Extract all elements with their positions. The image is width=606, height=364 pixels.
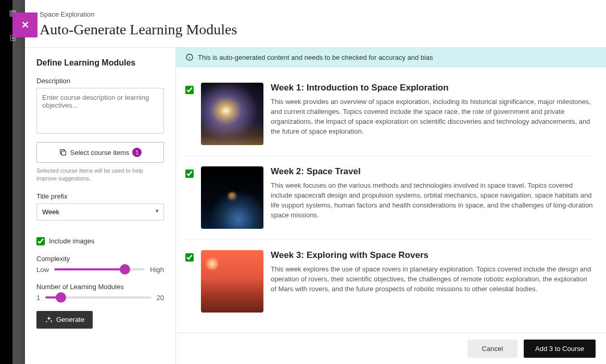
page-title: Auto-Generate Learning Modules [40, 21, 591, 38]
auto-generate-modal: Space Exploration Auto-Generate Learning… [25, 0, 606, 364]
breadcrumb: Space Exploration [40, 10, 591, 18]
module-item: Week 1: Introduction to Space Exploratio… [185, 72, 594, 156]
title-prefix-label: Title prefix [36, 192, 164, 200]
complexity-low-label: Low [36, 266, 49, 274]
num-modules-slider[interactable] [45, 296, 151, 298]
close-button[interactable] [12, 12, 37, 37]
description-label: Description [36, 77, 164, 85]
add-to-course-button[interactable]: Add 3 to Course [524, 340, 596, 358]
num-modules-min: 1 [36, 294, 40, 302]
module-thumbnail [201, 166, 263, 229]
generate-label: Generate [56, 316, 84, 323]
title-prefix-select[interactable]: Week [36, 203, 164, 220]
module-description: This week focuses on the various methods… [271, 181, 594, 220]
select-course-items-button[interactable]: Select course items 1 [36, 142, 164, 163]
info-banner-text: This is auto-generated content and needs… [198, 54, 433, 61]
complexity-label: Complexity [36, 255, 164, 263]
module-checkbox[interactable] [185, 86, 194, 94]
module-thumbnail [201, 83, 263, 145]
module-description: This week provides an overview of space … [271, 97, 594, 136]
module-item: Week 3: Exploring with Space Rovers This… [185, 240, 594, 323]
info-icon [185, 53, 194, 61]
select-items-label: Select course items [70, 149, 129, 157]
module-title: Week 3: Exploring with Space Rovers [271, 250, 594, 261]
info-banner: This is auto-generated content and needs… [176, 48, 606, 67]
define-panel: Define Learning Modules Description Sele… [25, 48, 176, 364]
module-title: Week 2: Space Travel [271, 166, 594, 177]
selected-count-badge: 1 [132, 148, 142, 157]
num-modules-label: Number of Learning Modules [36, 283, 164, 291]
section-heading: Define Learning Modules [36, 58, 164, 68]
module-item: Week 2: Space Travel This week focuses o… [185, 156, 594, 240]
include-images-label[interactable]: Include images [49, 237, 94, 245]
app-sidebar-shadow [12, 0, 25, 364]
sparkle-icon [45, 316, 53, 324]
results-panel: This is auto-generated content and needs… [176, 48, 606, 364]
module-description: This week explores the use of space rove… [271, 265, 594, 294]
select-items-help: Selected course items will be used to he… [36, 167, 164, 183]
modal-footer: Cancel Add 3 to Course [176, 333, 606, 364]
num-modules-max: 20 [157, 294, 164, 302]
generate-button[interactable]: Generate [36, 311, 93, 329]
modal-header: Space Exploration Auto-Generate Learning… [25, 0, 606, 48]
svg-rect-0 [61, 151, 66, 155]
module-thumbnail [201, 250, 263, 313]
complexity-high-label: High [150, 266, 164, 274]
module-title: Week 1: Introduction to Space Exploratio… [271, 83, 594, 93]
modules-list: Week 1: Introduction to Space Exploratio… [176, 67, 606, 333]
module-checkbox[interactable] [185, 253, 194, 262]
complexity-slider[interactable] [54, 268, 145, 270]
cancel-button[interactable]: Cancel [468, 340, 517, 358]
module-checkbox[interactable] [185, 170, 194, 178]
description-input[interactable] [36, 88, 164, 134]
include-images-checkbox[interactable] [36, 237, 45, 245]
copy-icon [59, 148, 67, 157]
